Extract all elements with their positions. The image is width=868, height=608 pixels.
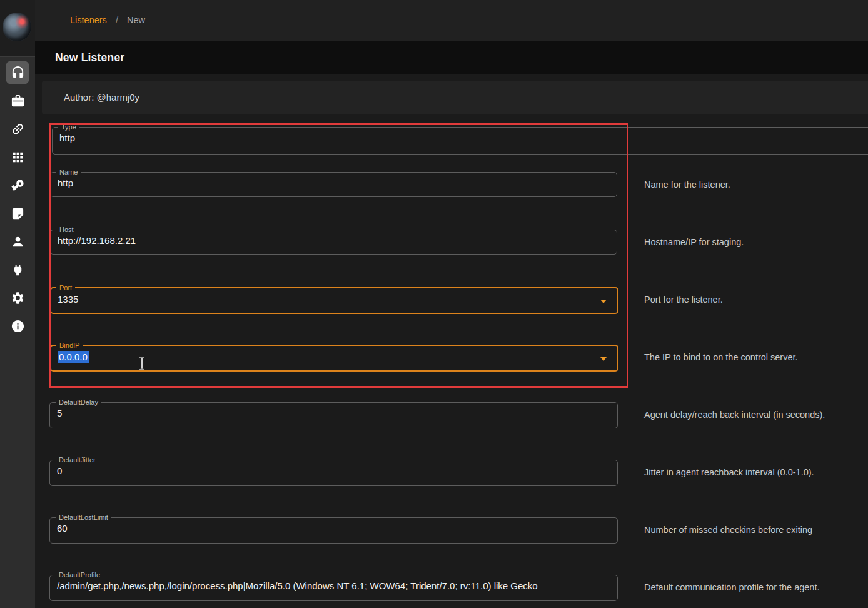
- port-label: Port: [56, 283, 75, 292]
- defaultjitter-input[interactable]: DefaultJitter 0: [49, 460, 618, 486]
- chevron-down-icon[interactable]: [600, 300, 607, 303]
- defaultjitter-help-text: Jitter in agent reachback interval (0.0-…: [644, 467, 863, 477]
- top-bar: Listeners / New: [35, 0, 868, 41]
- sidebar-item-credentials[interactable]: [0, 173, 35, 197]
- selected-text: 0.0.0.0: [58, 351, 89, 363]
- bindip-label: BindIP: [56, 341, 83, 350]
- logo-container: [0, 0, 35, 57]
- defaultlostlimit-value: 60: [57, 523, 68, 534]
- host-value: http://192.168.2.21: [58, 235, 136, 246]
- author-panel: Author: @harmj0y: [42, 81, 868, 114]
- defaultprofile-input[interactable]: DefaultProfile /admin/get.php,/news.php,…: [49, 575, 618, 601]
- gear-icon: [11, 291, 25, 305]
- sidebar-item-listeners[interactable]: [0, 61, 35, 84]
- bindip-select[interactable]: BindIP 0.0.0.0: [50, 345, 618, 372]
- app-window: Listeners / New New Listener: [0, 0, 868, 608]
- sidebar-item-modules[interactable]: [0, 145, 35, 169]
- headset-icon: [11, 66, 25, 80]
- defaultprofile-help-text: Default communication profile for the ag…: [644, 582, 863, 592]
- defaultlostlimit-input[interactable]: DefaultLostLimit 60: [49, 517, 618, 544]
- name-help-text: Name for the listener.: [644, 180, 863, 190]
- defaultlostlimit-help-text: Number of missed checkins before exiting: [644, 525, 863, 535]
- defaultdelay-value: 5: [57, 408, 62, 418]
- bindip-value: 0.0.0.0: [58, 352, 89, 362]
- defaultdelay-input[interactable]: DefaultDelay 5: [49, 402, 618, 428]
- defaultdelay-help-text: Agent delay/reach back interval (in seco…: [644, 410, 863, 420]
- app-logo[interactable]: [3, 13, 31, 41]
- key-icon: [11, 178, 25, 193]
- briefcase-icon: [11, 94, 25, 108]
- defaultprofile-value: /admin/get.php,/news.php,/login/process.…: [57, 580, 538, 591]
- name-label: Name: [56, 168, 81, 176]
- sidebar: [0, 0, 35, 608]
- type-select[interactable]: Type http: [52, 127, 868, 155]
- note-icon: [11, 206, 25, 221]
- host-input[interactable]: Host http://192.168.2.21: [50, 230, 617, 255]
- breadcrumb-listeners-link[interactable]: Listeners: [70, 15, 107, 25]
- page-header: New Listener: [35, 41, 868, 74]
- breadcrumb: Listeners / New: [70, 15, 145, 25]
- sidebar-item-reporting[interactable]: [0, 201, 35, 225]
- name-input[interactable]: Name http: [50, 172, 617, 197]
- breadcrumb-separator: /: [116, 15, 118, 25]
- link-icon: [11, 122, 25, 136]
- sidebar-item-agents[interactable]: [0, 117, 35, 141]
- user-icon: [11, 235, 25, 249]
- type-value: http: [59, 133, 75, 143]
- grid-icon: [11, 150, 25, 165]
- port-value: 1335: [58, 294, 78, 305]
- defaultjitter-value: 0: [57, 465, 62, 476]
- sidebar-item-settings[interactable]: [0, 286, 35, 310]
- port-select[interactable]: Port 1335: [50, 287, 618, 314]
- page-title: New Listener: [55, 51, 124, 64]
- author-text: Author: @harmj0y: [64, 92, 139, 103]
- host-help-text: Hostname/IP for staging.: [644, 237, 863, 247]
- sidebar-item-plugins[interactable]: [0, 258, 35, 281]
- breadcrumb-current: New: [127, 15, 145, 25]
- sidebar-item-users[interactable]: [0, 230, 35, 253]
- sidebar-item-about[interactable]: [0, 314, 35, 338]
- defaultjitter-label: DefaultJitter: [56, 455, 99, 464]
- defaultprofile-label: DefaultProfile: [56, 570, 103, 579]
- bindip-help-text: The IP to bind to on the control server.: [644, 352, 863, 362]
- plug-icon: [11, 263, 25, 277]
- sidebar-item-stagers[interactable]: [0, 89, 35, 113]
- chevron-down-icon[interactable]: [600, 357, 607, 361]
- name-value: http: [58, 178, 73, 188]
- defaultlostlimit-label: DefaultLostLimit: [56, 513, 111, 522]
- defaultdelay-label: DefaultDelay: [56, 398, 101, 407]
- port-help-text: Port for the listener.: [644, 295, 863, 305]
- type-label: Type: [58, 123, 79, 131]
- host-label: Host: [56, 225, 77, 234]
- info-icon: [11, 319, 25, 333]
